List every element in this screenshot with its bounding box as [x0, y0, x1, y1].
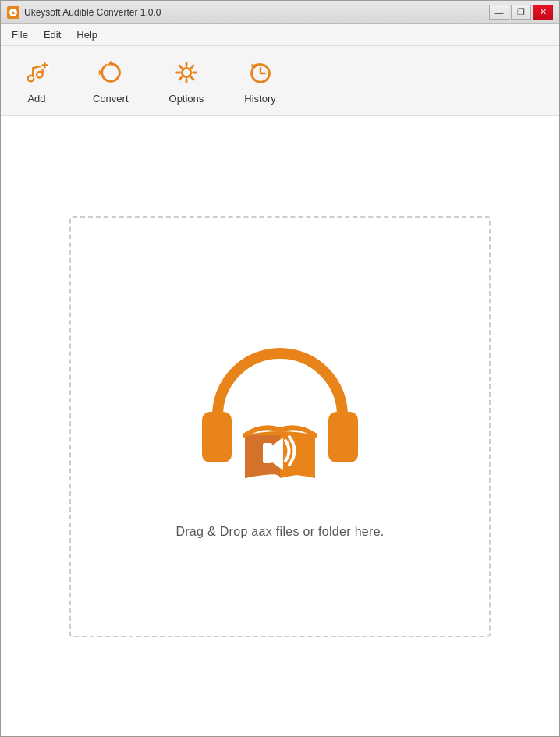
add-button[interactable]: Add — [9, 51, 65, 111]
history-icon — [245, 57, 276, 88]
main-content: Drag & Drop aax files or folder here. — [1, 116, 559, 736]
window-title: Ukeysoft Audible Converter 1.0.0 — [24, 7, 161, 18]
menu-bar: File Edit Help — [1, 24, 559, 46]
drop-zone-text: Drag & Drop aax files or folder here. — [175, 525, 384, 539]
minimize-button[interactable]: — — [489, 5, 509, 20]
history-button[interactable]: History — [232, 51, 288, 111]
add-label: Add — [27, 93, 45, 105]
restore-button[interactable]: ❐ — [511, 5, 531, 20]
options-icon — [171, 57, 202, 88]
title-bar-left: Ukeysoft Audible Converter 1.0.0 — [7, 6, 161, 19]
svg-rect-10 — [263, 443, 272, 463]
toolbar: Add Convert — [1, 46, 559, 116]
menu-file[interactable]: File — [4, 26, 36, 44]
options-button[interactable]: Options — [157, 51, 217, 111]
title-bar: Ukeysoft Audible Converter 1.0.0 — ❐ ✕ — [1, 1, 559, 24]
drop-zone[interactable]: Drag & Drop aax files or folder here. — [69, 216, 491, 637]
menu-edit[interactable]: Edit — [36, 26, 69, 44]
menu-help[interactable]: Help — [69, 26, 105, 44]
options-label: Options — [169, 93, 204, 105]
history-label: History — [244, 93, 275, 105]
drop-zone-icon — [179, 314, 381, 501]
main-window: Ukeysoft Audible Converter 1.0.0 — ❐ ✕ F… — [0, 0, 560, 737]
convert-label: Convert — [93, 93, 129, 105]
add-icon — [21, 57, 52, 88]
svg-rect-8 — [202, 412, 232, 462]
close-button[interactable]: ✕ — [533, 5, 553, 20]
svg-rect-9 — [328, 412, 358, 462]
title-bar-buttons: — ❐ ✕ — [489, 5, 553, 20]
app-icon — [7, 6, 19, 19]
convert-icon — [95, 57, 126, 88]
convert-button[interactable]: Convert — [80, 51, 141, 111]
